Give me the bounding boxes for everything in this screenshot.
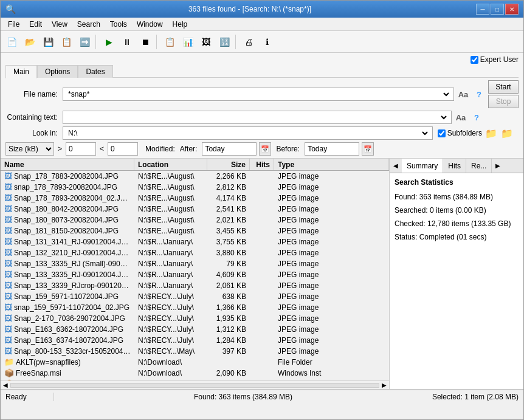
file-icon: 🖼 — [4, 248, 12, 257]
table-row[interactable]: 🖼 Snap_159_5971-11072004.JPG N:\$RECY...… — [1, 291, 389, 302]
table-row[interactable]: 📁 AKLT(pw=snapfiles) N:\Download\ File F… — [1, 357, 389, 368]
file-name-text: Snap_E163_6374-18072004.JPG — [14, 336, 123, 345]
toolbar-list-button[interactable]: 📋 — [161, 33, 178, 50]
menu-file[interactable]: File — [3, 19, 24, 30]
before-calendar-btn[interactable]: 📅 — [362, 142, 374, 156]
table-row[interactable]: 🖼 Snap_180_8042-20082004.JPG N:\$RE...\A… — [1, 204, 389, 215]
toolbar-thumb-button[interactable]: 🖼 — [198, 33, 215, 50]
tab-main[interactable]: Main — [5, 65, 37, 78]
cell-name: 🖼 Snap_133_3335_RJ-09012004.JPG — [1, 269, 134, 280]
toolbar-stop-button[interactable]: ⏹ — [137, 33, 154, 50]
toolbar-pause-button[interactable]: ⏸ — [119, 33, 136, 50]
file-list-body[interactable]: 🖼 Snap_178_7883-20082004.JPG N:\$RE...\A… — [1, 171, 389, 380]
scroll-right-btn[interactable]: ▶ — [379, 382, 389, 388]
table-row[interactable]: 🖼 snap_178_7893-20082004.JPG N:\$RE...\A… — [1, 182, 389, 193]
after-calendar-btn[interactable]: 📅 — [259, 142, 271, 156]
menu-tools[interactable]: Tools — [105, 19, 132, 30]
text-match-case-btn[interactable]: Aa — [454, 111, 467, 124]
table-row[interactable]: 🖼 Snap_178_7883-20082004.JPG N:\$RE...\A… — [1, 171, 389, 182]
right-tab-summary[interactable]: Summary — [402, 159, 443, 173]
browse-folder-btn[interactable]: 📁 — [484, 126, 498, 140]
cell-location: N:\$RE...\August\ — [134, 193, 207, 203]
stop-button[interactable]: Stop — [488, 95, 519, 108]
toolbar-new-button[interactable]: 📄 — [3, 33, 20, 50]
table-row[interactable]: 🖼 Snap_178_7893-20082004_02.JPG N:\$RE..… — [1, 193, 389, 204]
cell-size: 3,455 KB — [207, 226, 250, 236]
table-row[interactable]: 🖼 Snap_800-153_5323cr-15052004.JPG N:\$R… — [1, 346, 389, 357]
right-panel-next-btn[interactable]: ▶ — [492, 159, 504, 173]
file-icon: 🖼 — [4, 281, 12, 290]
toolbar-info-button[interactable]: ℹ — [258, 33, 275, 50]
filename-match-case-btn[interactable]: Aa — [457, 88, 470, 101]
filename-help-btn[interactable]: ? — [472, 88, 486, 101]
filename-label: File name: — [5, 90, 60, 98]
table-row[interactable]: 🖼 Snap_E163_6374-18072004.JPG N:\$RECY..… — [1, 335, 389, 346]
size-dropdown[interactable]: Size (kB) — [5, 142, 54, 156]
browse-folder-network-btn[interactable]: 📁 — [500, 126, 514, 140]
expert-user-label: Expert User — [480, 55, 519, 64]
expert-user-checkbox[interactable] — [471, 56, 478, 64]
close-button[interactable]: ✕ — [505, 4, 519, 15]
col-header-name[interactable]: Name — [1, 159, 134, 170]
subfolders-checkbox[interactable] — [438, 129, 446, 137]
table-row[interactable]: 🖼 Snap_181_8150-20082004.JPG N:\$RE...\A… — [1, 225, 389, 236]
col-header-type[interactable]: Type — [274, 159, 389, 170]
right-tab-hits[interactable]: Hits — [443, 159, 466, 173]
right-tab-re[interactable]: Re... — [466, 159, 492, 173]
after-date-input[interactable] — [202, 142, 257, 156]
toolbar-sort-button[interactable]: 🔢 — [216, 33, 233, 50]
toolbar-export-button[interactable]: 📋 — [58, 33, 75, 50]
col-header-hits[interactable]: Hits — [250, 159, 274, 170]
scroll-track[interactable] — [10, 383, 379, 388]
table-row[interactable]: 🖼 Snap_133_3335_RJ-09012004.JPG N:\$R...… — [1, 269, 389, 280]
menu-edit[interactable]: Edit — [24, 19, 47, 30]
search-tabs: Main Options Dates — [5, 65, 519, 78]
table-row[interactable]: 🖼 Snap_180_8073-20082004.JPG N:\$RE...\A… — [1, 215, 389, 225]
table-row[interactable]: 🖼 Snap_2-170_7036-29072004.JPG N:\$RECY.… — [1, 313, 389, 324]
look-in-row: Look in: N:\ Subfolders 📁 📁 — [5, 126, 519, 140]
menu-view[interactable]: View — [47, 19, 72, 30]
table-row[interactable]: 📦 FreeSnap.msi N:\Download\ 2,090 KB Win… — [1, 368, 389, 379]
look-in-input[interactable]: N:\ — [66, 128, 430, 138]
toolbar-print-button[interactable]: 🖨 — [240, 33, 257, 50]
col-header-size[interactable]: Size — [207, 159, 250, 170]
text-help-btn[interactable]: ? — [470, 111, 483, 124]
toolbar-open-button[interactable]: 📂 — [21, 33, 38, 50]
cell-location: N:\$RECY...\May\ — [134, 346, 207, 356]
expert-user-checkbox-label[interactable]: Expert User — [471, 55, 519, 64]
maximize-button[interactable]: □ — [491, 4, 504, 15]
cell-hits — [250, 373, 274, 374]
col-header-location[interactable]: Location — [134, 159, 207, 170]
menu-search[interactable]: Search — [72, 19, 105, 30]
file-icon: 🖼 — [4, 237, 12, 246]
cell-location: N:\$R...\January\ — [134, 259, 207, 269]
start-button[interactable]: Start — [488, 80, 519, 94]
containing-text-input[interactable] — [66, 112, 449, 122]
subfolders-label[interactable]: Subfolders — [438, 129, 482, 137]
table-row[interactable]: 🖼 Snap_131_3141_RJ-09012004.JPG N:\$R...… — [1, 236, 389, 247]
toolbar-details-button[interactable]: 📊 — [179, 33, 196, 50]
table-row[interactable]: 🖼 snap_159_5971-11072004_02.JPG N:\$RECY… — [1, 302, 389, 313]
menu-help[interactable]: Help — [168, 19, 193, 30]
toolbar-arrow-button[interactable]: ➡️ — [76, 33, 93, 50]
scroll-left-btn[interactable]: ◀ — [1, 382, 10, 388]
table-row[interactable]: 🖼 Snap_133_3339_RJcrop-09012004.JPG N:\$… — [1, 280, 389, 291]
before-date-input[interactable] — [305, 142, 359, 156]
cell-hits — [250, 241, 274, 243]
filename-input[interactable]: *snap* — [66, 89, 451, 99]
horizontal-scrollbar[interactable]: ◀ ▶ — [1, 380, 389, 389]
right-panel-prev-btn[interactable]: ◀ — [390, 159, 402, 173]
tab-options[interactable]: Options — [37, 65, 78, 78]
tab-dates[interactable]: Dates — [78, 65, 112, 78]
filename-row: File name: *snap* Aa ? Start Stop — [5, 80, 519, 108]
toolbar-play-button[interactable]: ▶ — [100, 33, 117, 50]
toolbar-save-button[interactable]: 💾 — [40, 33, 57, 50]
cell-size: 2,266 KB — [207, 171, 250, 181]
minimize-button[interactable]: ─ — [476, 4, 489, 15]
table-row[interactable]: 🖼 Snap_133_3335_RJ (Small)-09012004.JPG … — [1, 258, 389, 269]
table-row[interactable]: 🖼 Snap_132_3210_RJ-09012004.JPG N:\$R...… — [1, 247, 389, 258]
size-lt-input[interactable] — [108, 142, 138, 156]
size-gt-input[interactable] — [66, 142, 96, 156]
table-row[interactable]: 🖼 Snap_E163_6362-18072004.JPG N:\$RECY..… — [1, 324, 389, 335]
menu-window[interactable]: Window — [132, 19, 168, 30]
